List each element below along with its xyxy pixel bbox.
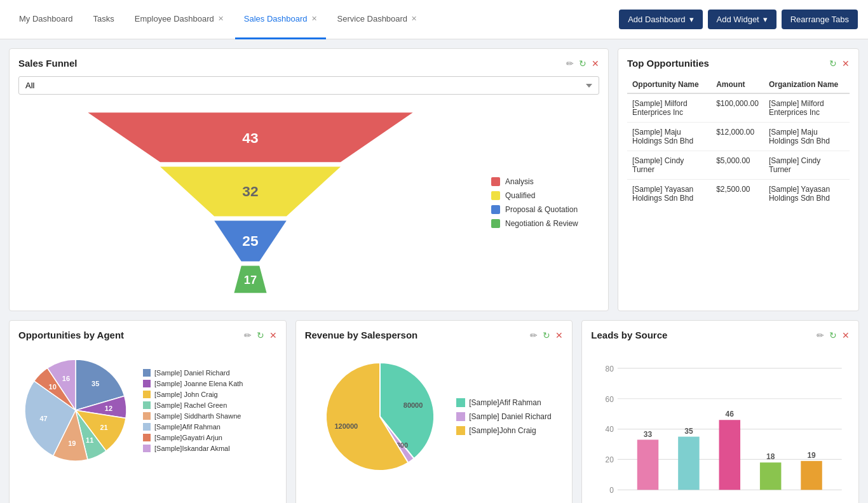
funnel-analysis-label: 43 xyxy=(242,130,258,146)
table-row: [Sample] Yayasan Holdings Sdn Bhd $2,500… xyxy=(627,180,850,208)
bar-value-label: 46 xyxy=(726,410,735,419)
bar xyxy=(801,461,822,490)
bar-value-label: 19 xyxy=(808,451,817,460)
y-axis-label: 60 xyxy=(606,395,614,404)
y-axis-label: 20 xyxy=(606,456,614,465)
refresh-icon[interactable]: ↻ xyxy=(543,330,550,340)
chevron-down-icon: ▾ xyxy=(763,15,768,24)
top-opp-title: Top Opportunities xyxy=(627,58,829,69)
table-row: [Sample] Cindy Turner $5,000.00 [Sample]… xyxy=(627,151,850,180)
rearrange-tabs-button[interactable]: Rearrange Tabs xyxy=(782,10,858,29)
add-dashboard-button[interactable]: Add Dashboard ▾ xyxy=(619,10,702,29)
tab-tasks[interactable]: Tasks xyxy=(85,0,123,39)
refresh-icon[interactable]: ↻ xyxy=(257,330,264,340)
legend-color-negotiation xyxy=(491,219,500,228)
revenue-legend: [Sample]Afif Rahman[Sample] Daniel Richa… xyxy=(456,398,551,435)
widget-header: Top Opportunities ↻ ✕ xyxy=(627,58,850,69)
pie-label: 10 xyxy=(49,383,57,391)
legend-label: [Sample] John Craig xyxy=(154,391,218,398)
widget-actions: ✏ ↻ ✕ xyxy=(530,330,563,340)
close-icon[interactable]: ✕ xyxy=(311,15,317,22)
y-axis-label: 80 xyxy=(606,365,614,373)
legend-color xyxy=(143,380,151,387)
table-row: [Sample] Milford Enterprices Inc $100,00… xyxy=(627,93,850,123)
legend-proposal: Proposal & Quotation xyxy=(491,205,593,214)
widget-actions: ↻ ✕ xyxy=(829,58,850,69)
pie-label: 12 xyxy=(105,405,112,412)
col-opportunity-name: Opportunity Name xyxy=(627,76,711,93)
revenue-label: 80000 xyxy=(403,401,423,409)
y-axis-label: 40 xyxy=(606,426,614,434)
add-widget-button[interactable]: Add Widget ▾ xyxy=(708,10,776,29)
tab-service-dashboard[interactable]: Service Dashboard ✕ xyxy=(329,0,426,39)
pie-label: 16 xyxy=(62,375,70,383)
bar xyxy=(637,440,658,490)
col-amount: Amount xyxy=(711,76,764,93)
opp-name-cell: [Sample] Milford Enterprices Inc xyxy=(627,93,711,123)
bar xyxy=(760,463,781,490)
edit-icon[interactable]: ✏ xyxy=(817,330,824,340)
opp-name-cell: [Sample] Yayasan Holdings Sdn Bhd xyxy=(627,180,711,208)
revenue-legend-item: [Sample] Daniel Richard xyxy=(456,412,551,421)
close-icon[interactable]: ✕ xyxy=(842,58,850,69)
legend-color xyxy=(143,391,151,398)
tab-label: Employee Dashboard xyxy=(135,14,214,23)
sales-funnel-widget: Sales Funnel ✏ ↻ ✕ All 43 32 25 xyxy=(9,48,609,311)
funnel-negotiation-label: 17 xyxy=(244,273,257,286)
revenue-pie-area: 800004300120000 [Sample]Afif Rahman[Samp… xyxy=(305,348,564,485)
refresh-icon[interactable]: ↻ xyxy=(579,58,587,69)
refresh-icon[interactable]: ↻ xyxy=(829,330,837,340)
leads-bar-area: 0204060803335461819 Cold CallExisting Cu… xyxy=(591,348,850,503)
pie-legend-item: [Sample]Iskandar Akmal xyxy=(143,445,243,452)
edit-icon[interactable]: ✏ xyxy=(530,330,538,340)
edit-icon[interactable]: ✏ xyxy=(566,58,574,69)
pie-legend-item: [Sample] Rachel Green xyxy=(143,401,243,409)
tab-my-dashboard[interactable]: My Dashboard xyxy=(10,0,82,39)
widget-actions: ✏ ↻ ✕ xyxy=(566,58,599,69)
close-icon[interactable]: ✕ xyxy=(842,330,850,340)
edit-icon[interactable]: ✏ xyxy=(244,330,252,340)
tab-sales-dashboard[interactable]: Sales Dashboard ✕ xyxy=(235,0,326,39)
close-icon[interactable]: ✕ xyxy=(269,330,277,340)
funnel-filter-select[interactable]: All xyxy=(18,76,599,95)
revenue-pie-svg: 800004300120000 xyxy=(316,353,444,480)
opp-org-cell: [Sample] Milford Enterprices Inc xyxy=(764,93,850,123)
legend-label: [Sample] Daniel Richard xyxy=(154,369,230,377)
close-icon[interactable]: ✕ xyxy=(411,15,417,22)
top-navigation: My Dashboard Tasks Employee Dashboard ✕ … xyxy=(0,0,868,39)
opp-amount-cell: $12,000.00 xyxy=(711,123,764,151)
pie-label: 21 xyxy=(100,424,107,431)
close-icon[interactable]: ✕ xyxy=(218,15,224,22)
opp-org-cell: [Sample] Cindy Turner xyxy=(764,151,850,180)
widget-header: Leads by Source ✏ ↻ ✕ xyxy=(591,330,850,340)
top-opp-table-container[interactable]: Opportunity Name Amount Organization Nam… xyxy=(627,76,850,208)
bar-value-label: 35 xyxy=(685,427,694,436)
legend-label: [Sample]Gayatri Arjun xyxy=(154,434,222,441)
widget-header: Revenue by Salesperson ✏ ↻ ✕ xyxy=(305,330,564,340)
widget-actions: ✏ ↻ ✕ xyxy=(817,330,850,340)
legend-color xyxy=(143,423,151,431)
legend-color xyxy=(143,434,151,441)
opp-by-agent-widget: Opportunities by Agent ✏ ↻ ✕ 35122111194… xyxy=(9,320,287,503)
col-org-name: Organization Name xyxy=(764,76,850,93)
bar xyxy=(678,437,699,490)
refresh-icon[interactable]: ↻ xyxy=(829,58,837,69)
sales-funnel-title: Sales Funnel xyxy=(18,58,566,69)
pie-label: 47 xyxy=(39,415,47,422)
pie-label: 35 xyxy=(92,380,99,388)
legend-label-proposal: Proposal & Quotation xyxy=(505,205,578,214)
legend-color xyxy=(456,426,465,435)
bar-value-label: 33 xyxy=(644,430,653,439)
legend-color xyxy=(143,412,151,420)
tab-employee-dashboard[interactable]: Employee Dashboard ✕ xyxy=(126,0,233,39)
close-icon[interactable]: ✕ xyxy=(592,58,599,69)
table-body: [Sample] Milford Enterprices Inc $100,00… xyxy=(627,93,850,208)
widget-header: Opportunities by Agent ✏ ↻ ✕ xyxy=(18,330,277,340)
legend-label-qualified: Qualified xyxy=(505,191,535,200)
opportunities-table: Opportunity Name Amount Organization Nam… xyxy=(627,76,850,208)
funnel-chart-area: 43 32 25 17 Analysis Qualified xyxy=(18,104,599,302)
agent-pie-svg: 3512211119471016 xyxy=(18,353,133,467)
leads-bar-svg: 0204060803335461819 xyxy=(591,353,850,503)
close-icon[interactable]: ✕ xyxy=(555,330,563,340)
widget-actions: ✏ ↻ ✕ xyxy=(244,330,277,340)
